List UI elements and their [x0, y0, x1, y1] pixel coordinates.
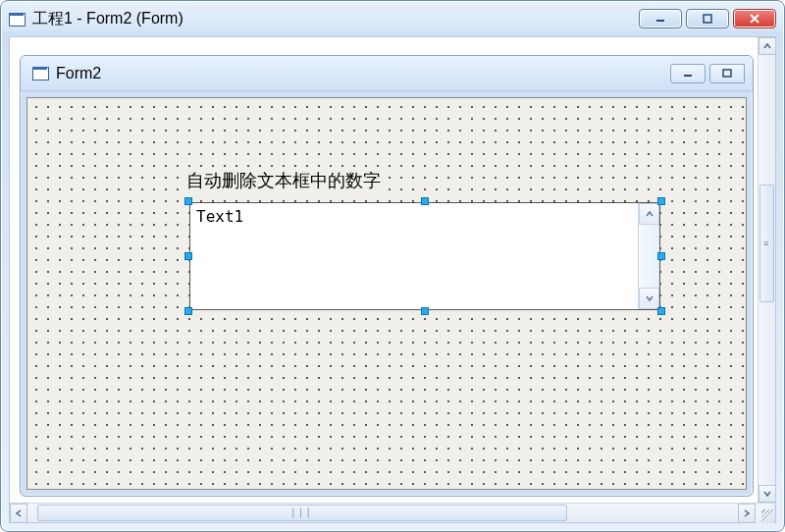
resize-handle-nw[interactable]	[184, 197, 192, 205]
form-icon	[9, 13, 25, 26]
chevron-up-icon	[646, 211, 654, 217]
minimize-button[interactable]	[639, 9, 682, 28]
outer-window-buttons	[639, 9, 776, 28]
inner-window-title: Form2	[56, 65, 670, 82]
resize-handle-s[interactable]	[421, 307, 429, 315]
inner-minimize-button[interactable]	[670, 64, 706, 83]
scroll-up-button[interactable]	[759, 37, 775, 55]
svg-rect-5	[723, 70, 731, 77]
scroll-left-button[interactable]	[10, 504, 27, 523]
horizontal-scroll-thumb[interactable]: │││	[37, 505, 567, 521]
maximize-button[interactable]	[686, 9, 729, 28]
textbox-vertical-scrollbar[interactable]	[638, 203, 659, 309]
horizontal-scroll-track[interactable]: │││	[29, 505, 736, 521]
scroll-down-button[interactable]	[759, 485, 775, 503]
form-design-surface[interactable]: 自动删除文本框中的数字 Text1	[26, 97, 747, 490]
inner-window-buttons	[670, 64, 745, 83]
textbox-control[interactable]: Text1	[189, 202, 660, 310]
resize-handle-n[interactable]	[421, 197, 429, 205]
svg-rect-1	[704, 15, 711, 23]
vertical-scroll-thumb[interactable]: ≡	[759, 185, 774, 302]
outer-titlebar[interactable]: 工程1 - Form2 (Form)	[1, 1, 784, 36]
form-designer-window[interactable]: Form2 自动删除文本框中的数字 Text1	[20, 55, 754, 497]
resize-handle-se[interactable]	[657, 307, 665, 315]
inner-maximize-button[interactable]	[709, 64, 745, 83]
mdi-parent-window: 工程1 - Form2 (Form) ≡	[0, 0, 785, 532]
chevron-right-icon	[744, 509, 750, 517]
close-icon	[748, 14, 761, 24]
chevron-left-icon	[16, 509, 22, 517]
resize-handle-sw[interactable]	[184, 307, 192, 315]
chevron-down-icon	[763, 491, 771, 497]
resize-handle-e[interactable]	[657, 252, 665, 260]
chevron-up-icon	[763, 43, 771, 49]
maximize-icon	[701, 14, 714, 24]
workspace-horizontal-scrollbar[interactable]: │││	[10, 503, 775, 522]
close-button[interactable]	[733, 9, 776, 28]
label-control[interactable]: 自动删除文本框中的数字	[186, 169, 381, 192]
scroll-right-button[interactable]	[738, 504, 756, 523]
inner-titlebar[interactable]: Form2	[21, 56, 753, 91]
textbox-selection-wrap: Text1	[189, 202, 660, 310]
resize-handle-ne[interactable]	[657, 197, 665, 205]
size-grip[interactable]	[756, 504, 775, 523]
textbox-scroll-up-button[interactable]	[639, 203, 659, 225]
outer-window-title: 工程1 - Form2 (Form)	[32, 9, 639, 29]
minimize-icon	[682, 69, 694, 79]
maximize-icon	[721, 69, 733, 79]
textbox-scroll-down-button[interactable]	[639, 288, 659, 309]
mdi-workspace: ≡ Form2	[10, 37, 775, 503]
form-icon	[32, 67, 48, 80]
textbox-text: Text1	[190, 203, 638, 309]
workspace-vertical-scrollbar[interactable]: ≡	[758, 37, 775, 503]
chevron-down-icon	[646, 295, 654, 301]
outer-client-area: ≡ Form2	[9, 36, 776, 523]
minimize-icon	[654, 14, 667, 24]
resize-handle-w[interactable]	[184, 252, 192, 260]
